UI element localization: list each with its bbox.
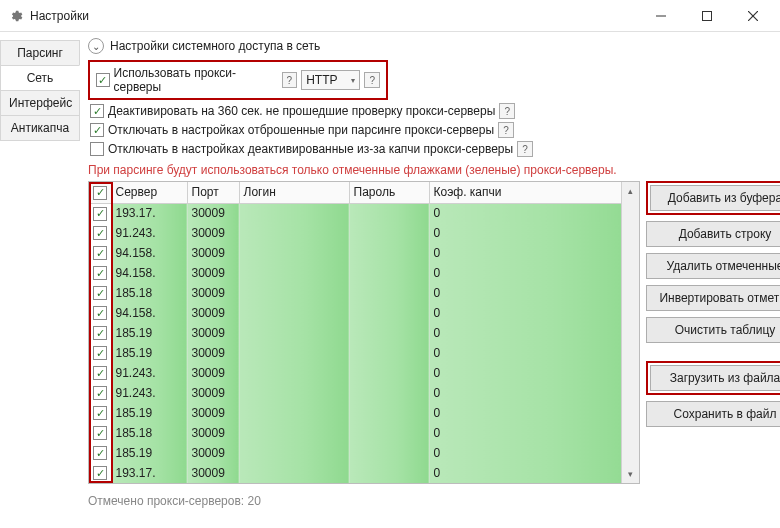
- cell-server[interactable]: 91.243.: [111, 383, 187, 403]
- cell-password[interactable]: [349, 443, 429, 463]
- disable-captcha-checkbox[interactable]: ✓: [90, 142, 104, 156]
- close-button[interactable]: [730, 0, 776, 32]
- cell-password[interactable]: [349, 243, 429, 263]
- cell-login[interactable]: [239, 303, 349, 323]
- cell-login[interactable]: [239, 203, 349, 223]
- cell-captcha[interactable]: 0: [429, 363, 639, 383]
- help-icon[interactable]: ?: [364, 72, 380, 88]
- help-icon[interactable]: ?: [499, 103, 515, 119]
- minimize-button[interactable]: [638, 0, 684, 32]
- table-row[interactable]: ✓91.243.300090: [89, 383, 639, 403]
- cell-port[interactable]: 30009: [187, 303, 239, 323]
- col-server[interactable]: Сервер: [111, 182, 187, 203]
- scroll-up-icon[interactable]: ▴: [622, 182, 639, 200]
- row-checkbox[interactable]: ✓: [93, 326, 107, 340]
- cell-server[interactable]: 185.18: [111, 283, 187, 303]
- use-proxy-checkbox[interactable]: ✓: [96, 73, 110, 87]
- cell-captcha[interactable]: 0: [429, 443, 639, 463]
- cell-server[interactable]: 91.243.: [111, 363, 187, 383]
- table-row[interactable]: ✓185.18300090: [89, 423, 639, 443]
- cell-server[interactable]: 193.17.: [111, 463, 187, 483]
- cell-password[interactable]: [349, 463, 429, 483]
- col-port[interactable]: Порт: [187, 182, 239, 203]
- cell-captcha[interactable]: 0: [429, 303, 639, 323]
- cell-login[interactable]: [239, 383, 349, 403]
- cell-login[interactable]: [239, 223, 349, 243]
- cell-password[interactable]: [349, 343, 429, 363]
- cell-server[interactable]: 193.17.: [111, 203, 187, 223]
- cell-port[interactable]: 30009: [187, 343, 239, 363]
- col-captcha[interactable]: Коэф. капчи: [429, 182, 639, 203]
- cell-login[interactable]: [239, 463, 349, 483]
- row-checkbox[interactable]: ✓: [93, 207, 107, 221]
- header-checkbox[interactable]: ✓: [93, 186, 107, 200]
- cell-port[interactable]: 30009: [187, 263, 239, 283]
- cell-login[interactable]: [239, 263, 349, 283]
- cell-server[interactable]: 185.18: [111, 423, 187, 443]
- cell-captcha[interactable]: 0: [429, 383, 639, 403]
- help-icon[interactable]: ?: [282, 72, 298, 88]
- cell-captcha[interactable]: 0: [429, 463, 639, 483]
- row-checkbox[interactable]: ✓: [93, 226, 107, 240]
- cell-port[interactable]: 30009: [187, 363, 239, 383]
- cell-login[interactable]: [239, 323, 349, 343]
- cell-password[interactable]: [349, 303, 429, 323]
- cell-server[interactable]: 185.19: [111, 323, 187, 343]
- table-scrollbar[interactable]: ▴ ▾: [621, 182, 639, 483]
- cell-captcha[interactable]: 0: [429, 203, 639, 223]
- row-checkbox[interactable]: ✓: [93, 346, 107, 360]
- cell-captcha[interactable]: 0: [429, 243, 639, 263]
- cell-captcha[interactable]: 0: [429, 263, 639, 283]
- cell-captcha[interactable]: 0: [429, 323, 639, 343]
- cell-login[interactable]: [239, 423, 349, 443]
- cell-password[interactable]: [349, 323, 429, 343]
- cell-password[interactable]: [349, 283, 429, 303]
- row-checkbox[interactable]: ✓: [93, 466, 107, 480]
- maximize-button[interactable]: [684, 0, 730, 32]
- cell-password[interactable]: [349, 203, 429, 223]
- cell-port[interactable]: 30009: [187, 463, 239, 483]
- tab-интерфейс[interactable]: Интерфейс: [0, 90, 80, 116]
- cell-login[interactable]: [239, 403, 349, 423]
- cell-port[interactable]: 30009: [187, 243, 239, 263]
- cell-captcha[interactable]: 0: [429, 423, 639, 443]
- cell-login[interactable]: [239, 243, 349, 263]
- cell-captcha[interactable]: 0: [429, 403, 639, 423]
- clear-table-button[interactable]: Очистить таблицу: [646, 317, 780, 343]
- table-row[interactable]: ✓91.243.300090: [89, 363, 639, 383]
- cell-password[interactable]: [349, 263, 429, 283]
- cell-password[interactable]: [349, 403, 429, 423]
- row-checkbox[interactable]: ✓: [93, 386, 107, 400]
- cell-captcha[interactable]: 0: [429, 223, 639, 243]
- cell-port[interactable]: 30009: [187, 323, 239, 343]
- scroll-down-icon[interactable]: ▾: [622, 465, 639, 483]
- table-row[interactable]: ✓185.19300090: [89, 443, 639, 463]
- help-icon[interactable]: ?: [498, 122, 514, 138]
- cell-server[interactable]: 91.243.: [111, 223, 187, 243]
- table-row[interactable]: ✓91.243.300090: [89, 223, 639, 243]
- cell-password[interactable]: [349, 223, 429, 243]
- cell-port[interactable]: 30009: [187, 203, 239, 223]
- cell-password[interactable]: [349, 383, 429, 403]
- col-login[interactable]: Логин: [239, 182, 349, 203]
- tab-антикапча[interactable]: Антикапча: [0, 115, 80, 141]
- cell-port[interactable]: 30009: [187, 403, 239, 423]
- row-checkbox[interactable]: ✓: [93, 306, 107, 320]
- table-row[interactable]: ✓94.158.300090: [89, 303, 639, 323]
- deactivate-360-checkbox[interactable]: ✓: [90, 104, 104, 118]
- row-checkbox[interactable]: ✓: [93, 246, 107, 260]
- row-checkbox[interactable]: ✓: [93, 426, 107, 440]
- row-checkbox[interactable]: ✓: [93, 266, 107, 280]
- cell-captcha[interactable]: 0: [429, 283, 639, 303]
- cell-login[interactable]: [239, 443, 349, 463]
- cell-server[interactable]: 94.158.: [111, 303, 187, 323]
- cell-port[interactable]: 30009: [187, 283, 239, 303]
- col-pass[interactable]: Пароль: [349, 182, 429, 203]
- cell-login[interactable]: [239, 343, 349, 363]
- row-checkbox[interactable]: ✓: [93, 366, 107, 380]
- chevron-down-icon[interactable]: ⌄: [88, 38, 104, 54]
- cell-port[interactable]: 30009: [187, 423, 239, 443]
- cell-login[interactable]: [239, 363, 349, 383]
- row-checkbox[interactable]: ✓: [93, 406, 107, 420]
- table-row[interactable]: ✓94.158.300090: [89, 243, 639, 263]
